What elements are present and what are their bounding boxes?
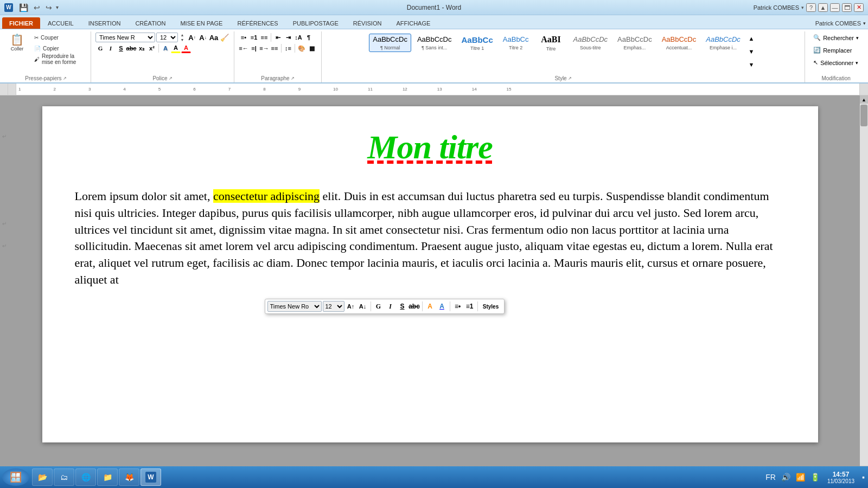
help-button[interactable]: ?	[806, 3, 816, 12]
mini-italic[interactable]: I	[385, 301, 396, 312]
minimize-button[interactable]: —	[830, 3, 840, 12]
styles-expand[interactable]: ▾	[746, 60, 756, 69]
mini-bold[interactable]: G	[373, 301, 384, 312]
underline-button[interactable]: S	[116, 43, 126, 53]
tab-creation[interactable]: CRÉATION	[128, 17, 173, 29]
coller-button[interactable]: 📋 Coller	[5, 33, 29, 53]
styles-expand-icon[interactable]: ↗	[568, 76, 572, 81]
taskbar-firefox[interactable]: 🦊	[119, 468, 139, 486]
scroll-up[interactable]: ▲	[860, 95, 868, 104]
text-effects-button[interactable]: A	[161, 43, 170, 53]
font-size-decrease[interactable]: ▼	[178, 37, 186, 42]
style-emphase-i[interactable]: AaBbCcDc Emphase i...	[702, 34, 744, 52]
font-grow-button[interactable]: A↑	[187, 33, 197, 42]
sort-button[interactable]: ↕A	[293, 33, 303, 42]
font-name-select[interactable]: Times New R	[95, 33, 155, 42]
start-button[interactable]: 🪟	[2, 468, 29, 486]
italic-button[interactable]: I	[106, 43, 116, 53]
battery-icon[interactable]: 🔋	[809, 473, 821, 481]
tab-insertion[interactable]: INSERTION	[81, 17, 128, 29]
selectionner-button[interactable]: ↖ Sélectionner ▾	[809, 57, 862, 68]
tab-fichier[interactable]: FICHIER	[2, 17, 40, 29]
paragraphe-expand-icon[interactable]: ↗	[291, 76, 295, 81]
undo-button[interactable]: ↩	[32, 3, 42, 12]
bullets-button[interactable]: ≡•	[239, 33, 248, 42]
taskbar-word[interactable]: W	[141, 468, 161, 486]
close-button[interactable]: ✕	[854, 3, 864, 12]
mini-bullets[interactable]: ≡•	[452, 301, 463, 312]
align-center-button[interactable]: ≡|	[249, 43, 259, 53]
mini-strikethrough[interactable]: abc	[409, 301, 420, 312]
font-size-increase[interactable]: ▲	[178, 33, 186, 37]
style-titre1[interactable]: AaBbCc Titre 1	[457, 33, 496, 53]
style-titre2[interactable]: AaBbCc Titre 2	[499, 34, 533, 52]
rechercher-button[interactable]: 🔍 Rechercher ▾	[809, 33, 863, 43]
mini-font-grow[interactable]: A↑	[346, 301, 356, 312]
tab-revision[interactable]: RÉVISION	[346, 17, 389, 29]
tab-publipostage[interactable]: PUBLIPOSTAGE	[286, 17, 346, 29]
mini-font-shrink[interactable]: A↓	[358, 301, 368, 312]
maximize-button[interactable]: 🗖	[842, 3, 852, 12]
taskbar-fileexplorer[interactable]: 📂	[32, 468, 53, 486]
save-button[interactable]: 💾	[17, 3, 30, 12]
styles-scroll-up[interactable]: ▲	[746, 34, 756, 43]
redo-button[interactable]: ↪	[44, 3, 54, 12]
style-emphase[interactable]: AaBbCcDc Emphas...	[614, 34, 656, 52]
taskbar-ie[interactable]: 🌐	[75, 468, 96, 486]
taskbar-folder[interactable]: 🗂	[54, 468, 74, 486]
style-titre[interactable]: AaBI Titre	[535, 33, 567, 53]
text-highlight-button[interactable]: A	[171, 43, 181, 53]
clock[interactable]: 14:57 11/03/2013	[824, 471, 858, 484]
numbering-button[interactable]: ≡1	[249, 33, 259, 42]
clear-format-button[interactable]: 🧹	[220, 33, 229, 42]
styles-scroll-down[interactable]: ▼	[746, 47, 756, 56]
borders-button[interactable]: ▦	[307, 43, 317, 53]
scroll-thumb[interactable]	[860, 105, 867, 126]
line-spacing-button[interactable]: ↕≡	[283, 43, 293, 53]
change-case-button[interactable]: Aa	[209, 33, 219, 42]
style-sans-interligne[interactable]: AaBbCcDc ¶ Sans int...	[413, 34, 456, 52]
copier-button[interactable]: 📄 Copier	[32, 43, 86, 53]
subscript-button[interactable]: x₂	[137, 43, 146, 53]
language-tray[interactable]: FR	[764, 473, 777, 481]
superscript-button[interactable]: x²	[147, 43, 157, 53]
police-expand-icon[interactable]: ↗	[169, 76, 173, 81]
tab-mise-en-page[interactable]: MISE EN PAGE	[173, 17, 229, 29]
taskbar-explorer2[interactable]: 📁	[97, 468, 118, 486]
show-formatting-button[interactable]: ¶	[304, 33, 314, 42]
font-color-button[interactable]: A	[181, 43, 191, 53]
reproduire-button[interactable]: 🖌 Reproduire la mise en forme	[32, 54, 86, 64]
tab-accueil[interactable]: ACCUEIL	[41, 17, 81, 29]
volume-icon[interactable]: 🔊	[780, 473, 792, 481]
mini-font-color[interactable]: A	[437, 301, 448, 312]
align-left-button[interactable]: ≡←	[239, 43, 248, 53]
increase-indent-button[interactable]: ⇥	[283, 33, 293, 42]
group-expand-icon[interactable]: ↗	[63, 76, 67, 81]
tab-references[interactable]: RÉFÉRENCES	[230, 17, 285, 29]
style-sous-titre[interactable]: AaBbCcDc Sous-titre	[570, 34, 612, 52]
bold-button[interactable]: G	[95, 43, 105, 53]
font-shrink-button[interactable]: A↓	[198, 33, 208, 42]
mini-size-select[interactable]: 12	[323, 301, 344, 312]
couper-button[interactable]: ✂ Couper	[32, 33, 86, 42]
mini-underline[interactable]: S	[397, 301, 408, 312]
network-icon[interactable]: 📶	[795, 473, 806, 481]
mini-font-select[interactable]: Times New Ro	[267, 301, 322, 312]
style-normal[interactable]: AaBbCcDc ¶ Normal	[369, 34, 411, 52]
ribbon-collapse-button[interactable]: ▲	[818, 3, 828, 12]
tab-affichage[interactable]: AFFICHAGE	[389, 17, 437, 29]
remplacer-button[interactable]: 🔄 Remplacer	[809, 45, 856, 55]
multilevel-button[interactable]: ≡≡	[259, 33, 269, 42]
decrease-indent-button[interactable]: ⇤	[273, 33, 283, 42]
mini-styles[interactable]: Styles	[480, 301, 502, 312]
scrollbar[interactable]: ▲ ▼	[860, 95, 868, 474]
align-right-button[interactable]: ≡→	[259, 43, 269, 53]
show-desktop[interactable]: ▪	[861, 473, 866, 481]
style-accentuat[interactable]: AaBbCcDc Accentuat...	[658, 34, 700, 52]
strikethrough-button[interactable]: abc	[126, 43, 136, 53]
font-size-select[interactable]: 12	[156, 33, 178, 42]
shading-button[interactable]: 🎨	[297, 43, 307, 53]
doc-scroll-area[interactable]: Times New Ro 12 A↑ A↓ G I S abc A A ≡• ≡…	[8, 95, 852, 474]
mini-highlight[interactable]: A	[425, 301, 436, 312]
mini-numbering[interactable]: ≡1	[464, 301, 475, 312]
